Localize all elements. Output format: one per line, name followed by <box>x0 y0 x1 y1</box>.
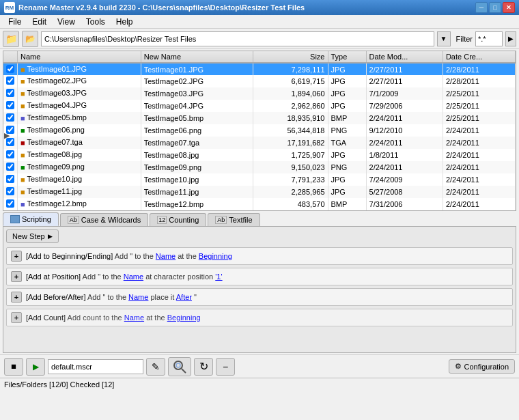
table-row[interactable]: ■ TestImage11.jpg TestImage11.jpg 2,285,… <box>3 186 516 198</box>
path-dropdown-button[interactable]: ▼ <box>437 31 451 46</box>
table-row[interactable]: ■ TestImage06.png TestImage06.png 56,344… <box>3 124 516 137</box>
minimize-button[interactable]: ─ <box>475 2 488 13</box>
tab-scripting[interactable]: Scripting <box>3 212 59 226</box>
row-newname: TestImage08.jpg <box>141 149 253 161</box>
step4-name-link[interactable]: Name <box>124 313 144 322</box>
menu-edit[interactable]: Edit <box>27 16 52 28</box>
row-type: JPG <box>328 75 366 87</box>
tab-textfile[interactable]: Ab Textfile <box>208 213 260 226</box>
row-type: BMP <box>328 112 366 124</box>
script-filename-input[interactable] <box>48 359 143 374</box>
step1-name-link[interactable]: Name <box>156 252 176 260</box>
col-type[interactable]: Type <box>328 51 366 63</box>
row-datemod: 7/31/2006 <box>366 198 443 210</box>
row-newname: TestImage01.JPG <box>141 63 253 75</box>
row-type: JPG <box>328 149 366 161</box>
row-size: 483,570 <box>253 198 328 210</box>
col-datecre[interactable]: Date Cre... <box>443 51 515 63</box>
row-checkbox[interactable] <box>3 63 18 75</box>
step1-pos-link[interactable]: Beginning <box>199 252 232 260</box>
col-newname[interactable]: New Name <box>141 51 253 63</box>
folder-open-button[interactable]: 📁 <box>3 31 19 47</box>
path-input[interactable] <box>41 31 434 46</box>
maximize-button[interactable]: □ <box>489 2 501 13</box>
step2-pos-link[interactable]: '1' <box>215 272 222 281</box>
table-row[interactable]: ■ TestImage09.png TestImage09.png 9,150,… <box>3 161 516 173</box>
row-name: ■ TestImage08.jpg <box>18 149 141 161</box>
menu-tools[interactable]: Tools <box>81 16 111 28</box>
toolbar: 📁 📂 ▼ Filter ▶ <box>0 29 519 49</box>
case-tab-label: Case & Wildcards <box>81 216 141 224</box>
close-button[interactable]: ✕ <box>503 2 515 13</box>
filter-input[interactable] <box>475 31 503 46</box>
tab-case-wildcards[interactable]: Ab Case & Wildcards <box>60 213 148 226</box>
step4-plus-button[interactable]: + <box>11 312 22 323</box>
case-tab-icon: Ab <box>68 216 79 224</box>
row-checkbox[interactable] <box>3 161 18 173</box>
col-size[interactable]: Size <box>253 51 328 63</box>
table-row[interactable]: ■ TestImage08.jpg TestImage08.jpg 1,725,… <box>3 149 516 161</box>
script-step-2: + [Add at Position] Add " to the Name at… <box>6 268 513 285</box>
play-button[interactable]: ▶ <box>26 358 45 376</box>
row-checkbox[interactable] <box>3 186 18 198</box>
col-datemod[interactable]: Date Mod... <box>366 51 443 63</box>
row-checkbox[interactable] <box>3 112 18 124</box>
step3-pos-link[interactable]: After <box>176 293 192 301</box>
table-row[interactable]: ■ TestImage03.JPG TestImage03.JPG 1,894,… <box>3 87 516 100</box>
step2-plus-button[interactable]: + <box>11 271 22 282</box>
tab-bar: Scripting Ab Case & Wildcards 12 Countin… <box>3 212 516 227</box>
step1-text: [Add to Beginning/Ending] Add " to the N… <box>26 252 508 260</box>
row-checkbox[interactable] <box>3 173 18 186</box>
table-row[interactable]: ■ TestImage07.tga TestImage07.tga 17,191… <box>3 137 516 149</box>
row-type: JPG <box>328 63 366 75</box>
new-step-button[interactable]: New Step ▶ <box>6 229 59 243</box>
row-datemod: 1/8/2011 <box>366 149 443 161</box>
table-row[interactable]: ■ TestImage01.JPG TestImage01.JPG 7,298,… <box>3 63 516 75</box>
row-newname: TestImage06.png <box>141 124 253 137</box>
search-button[interactable] <box>168 357 191 376</box>
menu-help[interactable]: Help <box>111 16 139 28</box>
row-datecre: 2/28/2011 <box>443 63 515 75</box>
row-checkbox[interactable] <box>3 100 18 112</box>
col-name[interactable]: Name <box>18 51 141 63</box>
step3-name-link[interactable]: Name <box>128 293 148 301</box>
row-checkbox[interactable] <box>3 149 18 161</box>
row-name: ■ TestImage03.JPG <box>18 87 141 100</box>
row-name: ■ TestImage09.png <box>18 161 141 173</box>
row-datecre: 2/25/2011 <box>443 87 515 100</box>
file-list[interactable]: Name New Name Size Type Date Mod... Date… <box>3 51 516 211</box>
row-checkbox[interactable] <box>3 87 18 100</box>
edit-script-button[interactable]: ✎ <box>146 358 165 376</box>
folder-up-button[interactable]: 📂 <box>22 31 38 47</box>
filter-arrow-button[interactable]: ▶ <box>505 31 516 46</box>
file-type-icon: ■ <box>20 201 25 209</box>
table-row[interactable]: ■ TestImage12.bmp TestImage12.bmp 483,57… <box>3 198 516 210</box>
script-step-3: + [Add Before/After] Add " to the Name p… <box>6 288 513 306</box>
table-row[interactable]: ■ TestImage05.bmp TestImage05.bmp 18,935… <box>3 112 516 124</box>
step1-plus-button[interactable]: + <box>11 251 22 262</box>
step4-pos-link[interactable]: Beginning <box>167 313 201 322</box>
table-row[interactable]: ■ TestImage04.JPG TestImage04.JPG 2,962,… <box>3 100 516 112</box>
tab-counting[interactable]: 12 Counting <box>150 213 206 226</box>
file-type-icon: ■ <box>20 115 25 123</box>
row-checkbox[interactable] <box>3 198 18 210</box>
refresh-button[interactable]: ↻ <box>194 358 213 376</box>
step3-text: [Add Before/After] Add " to the Name pla… <box>26 293 508 301</box>
step3-plus-button[interactable]: + <box>11 292 22 303</box>
table-row[interactable]: ■ TestImage10.jpg TestImage10.jpg 7,791,… <box>3 173 516 186</box>
table-row[interactable]: ■ TestImage02.JPG TestImage02.JPG 6,619,… <box>3 75 516 87</box>
step4-text: [Add Count] Add count to the Name at the… <box>26 313 508 322</box>
row-datemod: 2/24/2011 <box>366 137 443 149</box>
row-datemod: 7/24/2009 <box>366 173 443 186</box>
file-type-icon: ■ <box>20 66 25 74</box>
row-size: 9,150,023 <box>253 161 328 173</box>
minus-button[interactable]: − <box>216 358 235 376</box>
play-stop-button[interactable]: ⏹ <box>4 358 23 376</box>
configuration-button[interactable]: ⚙ Configuration <box>449 359 515 374</box>
menu-view[interactable]: View <box>52 16 81 28</box>
row-newname: TestImage07.tga <box>141 137 253 149</box>
menu-file[interactable]: File <box>3 16 27 28</box>
step2-name-link[interactable]: Name <box>124 272 143 281</box>
row-newname: TestImage05.bmp <box>141 112 253 124</box>
row-checkbox[interactable] <box>3 75 18 87</box>
